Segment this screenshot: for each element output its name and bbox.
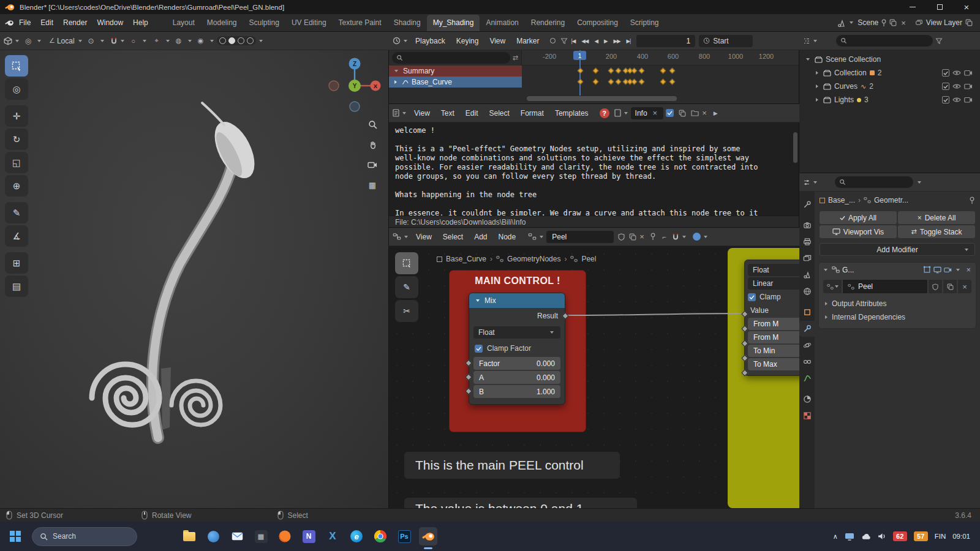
- menu-templates[interactable]: Templates: [550, 107, 594, 119]
- new-scene-icon[interactable]: [889, 19, 897, 26]
- gizmo-axis-neg-x[interactable]: [329, 81, 339, 91]
- taskbar-app-photoshop[interactable]: Ps: [395, 527, 413, 545]
- tool-annotate[interactable]: ✎: [395, 276, 418, 298]
- keyframe[interactable]: [578, 79, 584, 85]
- tab-material[interactable]: [799, 391, 815, 407]
- taskbar-app-chrome[interactable]: [371, 527, 390, 545]
- new-view-layer-icon[interactable]: [965, 19, 973, 26]
- tree-browse-dropdown-icon[interactable]: [540, 236, 543, 238]
- node-group-browse-button[interactable]: [823, 280, 842, 293]
- expand-icon[interactable]: [806, 58, 810, 61]
- menu-view[interactable]: View: [409, 107, 435, 119]
- tab-object[interactable]: [799, 304, 815, 320]
- keyframe[interactable]: [669, 68, 676, 74]
- editor-type-dropdown-icon[interactable]: [402, 112, 406, 114]
- editor-type-icon[interactable]: [393, 37, 401, 45]
- language-indicator[interactable]: FIN: [935, 533, 946, 540]
- scene-dropdown-icon[interactable]: [850, 21, 853, 24]
- taskbar-app-blender[interactable]: [419, 527, 437, 545]
- keyframe[interactable]: [608, 79, 614, 85]
- outliner-row-scene-collection[interactable]: Scene Collection: [799, 53, 980, 66]
- apply-all-button[interactable]: Apply All: [820, 211, 897, 224]
- toggle-stack-button[interactable]: ⇄ Toggle Stack: [898, 225, 975, 238]
- parent-offset-icon[interactable]: ⌐: [658, 231, 671, 243]
- unlink-icon[interactable]: ×: [638, 232, 646, 241]
- keyframe[interactable]: [639, 68, 645, 74]
- minimize-button[interactable]: [899, 0, 926, 14]
- tab-my-shading[interactable]: My_Shading: [427, 15, 480, 31]
- start-button[interactable]: [6, 527, 24, 545]
- from-min-field[interactable]: From M: [748, 318, 799, 330]
- tool-cursor[interactable]: ◎: [5, 78, 28, 100]
- clamp-checkbox[interactable]: [475, 345, 483, 353]
- overlays-icon[interactable]: ◉: [195, 35, 207, 47]
- keyframe[interactable]: [593, 68, 599, 74]
- text-content[interactable]: welcome ! This is a a "Peel-effect" Geom…: [389, 122, 792, 216]
- proportional-dropdown-icon[interactable]: [143, 40, 146, 42]
- filter-icon[interactable]: [560, 37, 568, 45]
- tab-physics[interactable]: [799, 337, 815, 353]
- outliner-label[interactable]: Scene Collection: [826, 55, 881, 64]
- editor-type-icon[interactable]: [803, 37, 810, 45]
- outliner[interactable]: Scene Collection Collection 2 Curves ∿ 2: [799, 32, 980, 173]
- editor-type-dropdown-icon[interactable]: [404, 236, 408, 238]
- properties-search-input[interactable]: [835, 176, 913, 188]
- taskbar-app-edge[interactable]: e: [347, 527, 366, 545]
- help-icon[interactable]: ?: [600, 108, 609, 118]
- collapse-icon[interactable]: [824, 269, 827, 271]
- text-browse-icon[interactable]: [614, 109, 621, 117]
- copy-icon[interactable]: [629, 233, 636, 241]
- tab-modifiers[interactable]: [799, 321, 815, 337]
- interpolation-dropdown[interactable]: Linear: [748, 277, 799, 290]
- pin-icon[interactable]: [650, 233, 656, 241]
- run-checkbox[interactable]: [666, 109, 674, 117]
- extras-dropdown-icon[interactable]: [956, 269, 960, 271]
- text-scrollbar[interactable]: [793, 132, 797, 163]
- mix-node[interactable]: Mix Result Float Clamp Factor Factor 0.0…: [469, 293, 565, 405]
- shading-dropdown-icon[interactable]: [259, 40, 263, 42]
- delete-all-button[interactable]: × Delete All: [898, 211, 975, 224]
- tool-select-box[interactable]: [395, 252, 418, 274]
- to-max-field[interactable]: To Max: [748, 358, 799, 370]
- breadcrumb-object[interactable]: Base_Curve: [446, 255, 486, 263]
- node-tree-name-field[interactable]: Peel: [546, 231, 614, 243]
- editor-type-dropdown-icon[interactable]: [404, 40, 407, 42]
- overlay-toggle-icon[interactable]: [693, 233, 701, 241]
- channel-summary[interactable]: Summary: [389, 66, 522, 77]
- outliner-label[interactable]: Collection: [834, 69, 867, 77]
- maximize-button[interactable]: [926, 0, 953, 14]
- tool-links-cut[interactable]: ✂: [395, 300, 418, 322]
- section-output-attributes[interactable]: Output Attributes: [818, 297, 976, 310]
- keyframe[interactable]: [631, 79, 638, 85]
- tab-output[interactable]: [799, 234, 815, 250]
- timeline-scrollbar[interactable]: [527, 96, 677, 101]
- tab-compositing[interactable]: Compositing: [571, 15, 624, 31]
- menu-format[interactable]: Format: [516, 107, 549, 119]
- jump-start-icon[interactable]: |◀: [569, 38, 578, 44]
- app-menu-icon[interactable]: [5, 20, 14, 26]
- tab-tool[interactable]: [799, 197, 815, 212]
- outliner-search-input[interactable]: [836, 35, 933, 47]
- menu-file[interactable]: File: [14, 17, 36, 29]
- modifier-panel-header[interactable]: G... ×: [818, 262, 976, 277]
- channel-base-curve[interactable]: Base_Curve: [389, 77, 522, 88]
- exclude-checkbox[interactable]: [942, 69, 949, 77]
- outliner-row-lights[interactable]: Lights 3: [799, 93, 980, 107]
- expand-icon[interactable]: [816, 71, 818, 75]
- eye-icon[interactable]: [952, 70, 961, 76]
- tab-scene[interactable]: [799, 267, 815, 283]
- view-layer-name[interactable]: View Layer: [926, 18, 962, 27]
- tool-rotate[interactable]: ↻: [5, 129, 28, 150]
- keyframe[interactable]: [608, 68, 614, 74]
- zoom-icon[interactable]: [366, 118, 379, 131]
- temp-badge-red[interactable]: 62: [893, 531, 907, 541]
- grid-ortho-icon[interactable]: ▦: [366, 178, 379, 192]
- menu-help[interactable]: Help: [128, 17, 153, 29]
- unlink-icon[interactable]: ×: [700, 108, 709, 118]
- tool-annotate[interactable]: ✎: [5, 202, 28, 223]
- swap-filter-icon[interactable]: ⇄: [513, 54, 518, 62]
- editor-type-icon[interactable]: [393, 233, 401, 240]
- map-range-node[interactable]: Float Linear Clamp Value From M From M T…: [744, 260, 799, 376]
- eye-icon[interactable]: [952, 83, 961, 89]
- menu-text[interactable]: Text: [436, 107, 459, 119]
